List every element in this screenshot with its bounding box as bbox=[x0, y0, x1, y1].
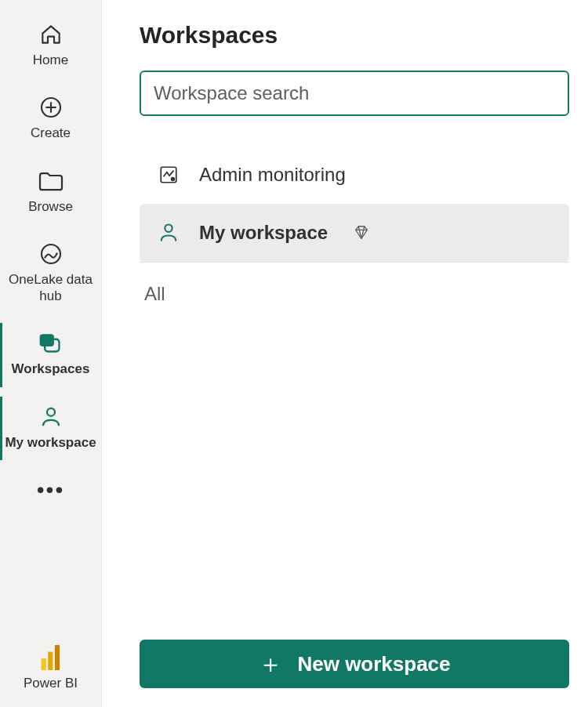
nav-item-browse[interactable]: Browse bbox=[0, 156, 101, 229]
workspace-item-my-workspace[interactable]: My workspace bbox=[140, 204, 569, 262]
left-nav-rail: Home Create Browse OneLake data hub bbox=[0, 0, 102, 707]
plus-circle-icon bbox=[37, 93, 65, 121]
page-title: Workspaces bbox=[140, 22, 569, 49]
onelake-icon bbox=[37, 240, 65, 268]
plus-icon: ＋ bbox=[258, 651, 283, 676]
nav-label-create: Create bbox=[31, 125, 71, 141]
svg-point-6 bbox=[47, 408, 55, 415]
more-dots-icon: ••• bbox=[37, 476, 65, 504]
diamond-icon bbox=[353, 224, 370, 241]
nav-label-browse: Browse bbox=[28, 198, 73, 215]
svg-point-11 bbox=[171, 177, 175, 181]
nav-label-my-workspace: My workspace bbox=[5, 434, 96, 451]
section-all-label: All bbox=[140, 283, 569, 305]
svg-rect-5 bbox=[39, 334, 53, 346]
nav-item-home[interactable]: Home bbox=[0, 9, 101, 82]
workspace-item-admin-monitoring[interactable]: Admin monitoring bbox=[140, 146, 569, 204]
workspace-item-label: My workspace bbox=[199, 222, 328, 244]
folder-icon bbox=[37, 167, 65, 195]
new-workspace-button[interactable]: ＋ New workspace bbox=[140, 640, 569, 688]
svg-point-12 bbox=[165, 225, 172, 232]
new-workspace-label: New workspace bbox=[297, 652, 450, 676]
workspaces-panel: Workspaces Admin monitoring My works bbox=[102, 0, 588, 707]
workspace-item-label: Admin monitoring bbox=[199, 164, 346, 186]
nav-item-workspaces[interactable]: Workspaces bbox=[0, 318, 101, 391]
nav-item-more[interactable]: ••• bbox=[0, 465, 101, 518]
nav-label-workspaces: Workspaces bbox=[12, 361, 90, 377]
nav-item-create[interactable]: Create bbox=[0, 82, 101, 155]
workspaces-icon bbox=[37, 329, 65, 357]
workspace-search-input[interactable] bbox=[140, 71, 569, 116]
svg-rect-8 bbox=[48, 651, 53, 669]
nav-label-home: Home bbox=[33, 52, 68, 68]
person-icon bbox=[157, 222, 180, 244]
person-icon bbox=[37, 403, 65, 431]
search-wrap bbox=[140, 71, 569, 116]
svg-rect-9 bbox=[54, 645, 59, 670]
powerbi-icon bbox=[37, 644, 65, 672]
monitoring-icon bbox=[157, 165, 180, 185]
nav-label-powerbi: Power BI bbox=[24, 675, 78, 691]
workspace-list: Admin monitoring My workspace bbox=[140, 146, 569, 263]
home-icon bbox=[37, 20, 65, 49]
svg-rect-7 bbox=[41, 658, 45, 670]
nav-label-onelake: OneLake data hub bbox=[3, 271, 98, 305]
nav-item-powerbi[interactable]: Power BI bbox=[0, 633, 101, 707]
nav-item-onelake[interactable]: OneLake data hub bbox=[0, 229, 101, 319]
nav-item-my-workspace[interactable]: My workspace bbox=[0, 392, 101, 465]
